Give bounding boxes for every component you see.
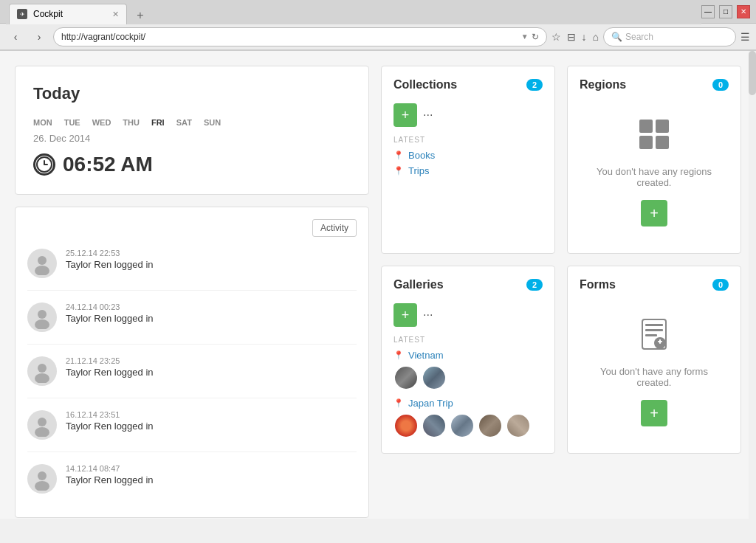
back-button[interactable]: ‹ [6, 27, 25, 46]
gallery-thumb [450, 413, 475, 438]
activity-text: Taylor Ren logged in [66, 367, 357, 378]
svg-rect-16 [656, 136, 669, 149]
search-bar[interactable]: 🔍 Search [603, 27, 736, 46]
forms-panel: Forms 0 Y [567, 266, 741, 454]
svg-point-5 [38, 310, 47, 319]
svg-point-12 [35, 481, 49, 491]
collections-latest-label: LATEST [394, 136, 543, 144]
scrollbar-track[interactable] [749, 51, 756, 519]
maximize-button[interactable]: □ [719, 5, 732, 18]
collections-add-button[interactable]: + [394, 103, 417, 127]
avatar [27, 356, 57, 386]
japan-thumbnails [394, 413, 543, 438]
regions-badge: 0 [712, 79, 729, 91]
avatar [27, 302, 57, 332]
galleries-more-button[interactable]: ··· [423, 303, 433, 327]
forms-header: Forms 0 [580, 278, 729, 291]
svg-point-7 [38, 364, 47, 373]
svg-point-11 [38, 471, 47, 480]
page-content: Today MON TUE WED THU FRI SAT SUN 26. De… [0, 51, 756, 519]
activity-time: 14.12.14 08:47 [66, 464, 357, 473]
activity-info: 21.12.14 23:25 Taylor Ren logged in [66, 356, 357, 378]
collections-link-trips[interactable]: 📍 Trips [394, 165, 543, 176]
url-dropdown-icon[interactable]: ▼ [521, 32, 529, 41]
collections-panel: Collections 2 + ··· LATEST 📍 Books 📍 Tri… [381, 66, 555, 254]
day-wed: WED [92, 118, 111, 127]
galleries-title: Galleries [394, 278, 526, 291]
galleries-latest-label: LATEST [394, 336, 543, 344]
bookmarks-icon[interactable]: ⊟ [567, 31, 576, 43]
activity-info: 14.12.14 08:47 Taylor Ren logged in [66, 464, 357, 485]
activity-item: 21.12.14 23:25 Taylor Ren logged in [27, 356, 357, 398]
left-panel: Today MON TUE WED THU FRI SAT SUN 26. De… [15, 66, 369, 504]
regions-title: Regions [580, 78, 712, 91]
url-bar[interactable]: http://vagrant/cockpit/ ▼ ↻ [53, 27, 547, 46]
vietnam-thumbnails [394, 365, 543, 390]
activity-text: Taylor Ren logged in [66, 421, 357, 432]
svg-rect-14 [656, 120, 669, 133]
collections-actions: + ··· [394, 103, 543, 127]
activity-button[interactable]: Activity [312, 219, 357, 237]
url-text: http://vagrant/cockpit/ [61, 32, 518, 42]
forward-button[interactable]: › [30, 27, 49, 46]
regions-add-button[interactable]: + [641, 200, 667, 226]
today-title: Today [33, 84, 351, 103]
pin-icon: 📍 [394, 350, 404, 360]
svg-rect-13 [639, 120, 653, 133]
pin-icon: 📍 [394, 398, 404, 408]
activity-time: 24.12.14 00:23 [66, 302, 357, 311]
activity-item: 25.12.14 22:53 Taylor Ren logged in [27, 249, 357, 291]
bottom-panels-row: Galleries 2 + ··· LATEST 📍 Vietnam 📍 [381, 266, 741, 454]
pin-icon: 📍 [394, 151, 404, 160]
forms-add-button[interactable]: + [641, 400, 667, 426]
gallery-thumb [422, 413, 447, 438]
day-thu: THU [123, 118, 140, 127]
tab-close-button[interactable]: ✕ [112, 10, 119, 19]
avatar [27, 464, 57, 494]
svg-point-10 [35, 427, 49, 437]
refresh-icon[interactable]: ↻ [532, 32, 539, 42]
gallery-thumb [506, 413, 531, 438]
collections-more-button[interactable]: ··· [423, 103, 433, 127]
new-tab-button[interactable]: + [130, 7, 151, 24]
avatar [27, 249, 57, 278]
right-panel: Collections 2 + ··· LATEST 📍 Books 📍 Tri… [381, 66, 741, 504]
bookmark-star-icon[interactable]: ☆ [551, 31, 561, 43]
menu-icon[interactable]: ☰ [740, 31, 750, 43]
top-panels-row: Collections 2 + ··· LATEST 📍 Books 📍 Tri… [381, 66, 741, 254]
galleries-add-button[interactable]: + [394, 303, 417, 327]
collections-link-books[interactable]: 📍 Books [394, 150, 543, 161]
galleries-link-vietnam[interactable]: 📍 Vietnam [394, 350, 543, 361]
gallery-thumb [394, 365, 419, 390]
activity-text: Taylor Ren logged in [66, 313, 357, 324]
search-icon: 🔍 [611, 32, 622, 42]
galleries-link-japan[interactable]: 📍 Japan Trip [394, 398, 543, 409]
svg-point-6 [35, 319, 49, 329]
regions-empty-state: You don't have any regions created. + [580, 103, 729, 241]
day-mon: MON [33, 118, 52, 127]
svg-point-4 [35, 266, 49, 275]
svg-point-8 [35, 373, 49, 383]
regions-icon [638, 118, 670, 157]
forms-badge: 0 [712, 279, 729, 291]
browser-tab[interactable]: ✈ Cockpit ✕ [9, 4, 127, 24]
day-tue: TUE [64, 118, 80, 127]
activity-info: 24.12.14 00:23 Taylor Ren logged in [66, 302, 357, 324]
activity-text: Taylor Ren logged in [66, 259, 357, 270]
today-card: Today MON TUE WED THU FRI SAT SUN 26. De… [15, 66, 369, 195]
clock-icon [33, 153, 55, 176]
close-button[interactable]: ✕ [737, 5, 750, 18]
activity-header: Activity [27, 219, 357, 237]
activity-text: Taylor Ren logged in [66, 474, 357, 485]
download-icon[interactable]: ↓ [582, 31, 587, 43]
galleries-japan-label: Japan Trip [408, 398, 453, 409]
day-sat: SAT [176, 118, 192, 127]
scrollbar-thumb[interactable] [749, 51, 756, 95]
svg-rect-15 [639, 136, 653, 149]
activity-info: 16.12.14 23:51 Taylor Ren logged in [66, 410, 357, 432]
collections-books-label: Books [408, 150, 435, 161]
home-icon[interactable]: ⌂ [593, 31, 599, 43]
activity-item: 14.12.14 08:47 Taylor Ren logged in [27, 464, 357, 505]
minimize-button[interactable]: — [701, 5, 715, 18]
activity-item: 16.12.14 23:51 Taylor Ren logged in [27, 410, 357, 452]
